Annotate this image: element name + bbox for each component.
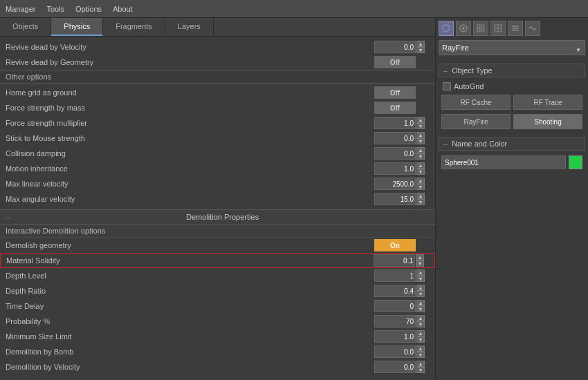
collision-damping-input[interactable] [374,147,416,160]
spinner-up[interactable]: ▲ [416,41,425,47]
home-grid-toggle[interactable]: Off [374,86,416,99]
autogrid-checkbox[interactable] [443,82,451,91]
row-collision-damping: Collision damping ▲ ▼ [0,146,435,161]
spinner-up[interactable]: ▲ [416,345,425,352]
menu-manager[interactable]: Manager [6,5,35,13]
demolition-velocity-input[interactable] [374,361,416,373]
stick-mouse-input[interactable] [374,132,416,144]
demolish-geometry-control: On [374,239,430,251]
spinner-down[interactable]: ▼ [416,184,425,190]
spinner-up[interactable]: ▲ [416,300,425,306]
shooting-button[interactable]: Shooting [513,114,582,129]
rf-trace-button[interactable]: RF Trace [513,95,582,110]
spinner-up[interactable]: ▲ [416,361,425,367]
rayfire-dropdown[interactable]: RayFire [439,40,585,55]
menu-about[interactable]: About [113,5,133,13]
force-mass-toggle[interactable]: Off [374,102,416,114]
force-mult-spinner[interactable]: ▲ ▼ [416,117,425,129]
tab-objects[interactable]: Objects [0,18,51,36]
tab-fragments[interactable]: Fragments [103,18,165,36]
demolition-bomb-input[interactable] [374,345,416,358]
object-type-section: – Object Type [439,64,585,77]
revive-velocity-spinner[interactable]: ▲ ▼ [416,41,425,53]
row-force-mult: Force strength multiplier ▲ ▼ [0,115,435,131]
min-size-control: ▲ ▼ [374,330,430,343]
demolition-velocity-spinner[interactable]: ▲ ▼ [416,361,425,373]
depth-ratio-input[interactable] [374,285,416,297]
demolition-bomb-spinner[interactable]: ▲ ▼ [416,345,425,358]
autogrid-label: AutoGrid [454,82,484,91]
spinner-up[interactable]: ▲ [416,162,425,169]
stick-mouse-spinner[interactable]: ▲ ▼ [416,132,425,144]
max-linear-input[interactable] [374,178,416,190]
icon-btn-2[interactable] [456,21,471,36]
demolish-geometry-toggle[interactable]: On [374,239,416,251]
time-delay-label: Time Delay [6,302,374,310]
force-mult-input[interactable] [374,117,416,129]
color-swatch[interactable] [569,155,582,169]
depth-level-input[interactable] [374,269,416,282]
min-size-label: Minimum Size Limit [6,332,374,341]
home-grid-label: Home grid as ground [6,88,374,97]
spinner-down[interactable]: ▼ [416,138,425,144]
tab-bar: Objects Physics Fragments Layers [0,18,435,37]
spinner-down[interactable]: ▼ [416,199,425,205]
probability-spinner[interactable]: ▲ ▼ [416,315,425,327]
rayfire-button[interactable]: RayFire [441,114,511,129]
spinner-up[interactable]: ▲ [416,330,425,336]
spinner-down[interactable]: ▼ [416,352,425,358]
collision-damping-spinner[interactable]: ▲ ▼ [416,147,425,160]
spinner-up[interactable]: ▲ [416,193,425,199]
max-angular-spinner[interactable]: ▲ ▼ [416,193,425,205]
depth-level-spinner[interactable]: ▲ ▼ [416,269,425,282]
spinner-down[interactable]: ▼ [416,336,425,343]
material-solidity-spinner[interactable]: ▲ ▼ [416,254,424,267]
icon-btn-3[interactable] [473,21,488,36]
menu-tools[interactable]: Tools [46,5,64,13]
spinner-down[interactable]: ▼ [416,260,424,267]
object-type-title: Object Type [452,66,493,75]
spinner-down[interactable]: ▼ [416,123,425,129]
max-angular-input[interactable] [374,193,416,205]
spinner-up[interactable]: ▲ [416,285,425,291]
spinner-up[interactable]: ▲ [416,178,425,184]
spinner-up[interactable]: ▲ [416,132,425,138]
probability-input[interactable] [374,315,416,327]
spinner-down[interactable]: ▼ [416,306,425,312]
material-solidity-input[interactable] [374,254,415,267]
spinner-up[interactable]: ▲ [416,254,424,260]
spinner-up[interactable]: ▲ [416,269,425,276]
spinner-up[interactable]: ▲ [416,117,425,123]
spinner-down[interactable]: ▼ [416,276,425,282]
icon-btn-6[interactable] [525,21,540,36]
motion-inheritance-input[interactable] [374,162,416,175]
revive-velocity-label: Revive dead by Velocity [6,43,374,51]
tab-layers[interactable]: Layers [165,18,214,36]
spinner-down[interactable]: ▼ [416,291,425,297]
spinner-down[interactable]: ▼ [416,47,425,53]
row-revive-velocity: Revive dead by Velocity ▲ ▼ [0,39,435,55]
rf-cache-button[interactable]: RF Cache [441,95,511,110]
revive-geometry-toggle[interactable]: Off [374,56,416,68]
object-name-input[interactable] [441,155,566,169]
time-delay-input[interactable] [374,300,416,312]
depth-ratio-spinner[interactable]: ▲ ▼ [416,285,425,297]
icon-btn-1[interactable] [439,21,454,36]
spinner-down[interactable]: ▼ [416,153,425,160]
min-size-spinner[interactable]: ▲ ▼ [416,330,425,343]
tab-physics[interactable]: Physics [51,18,103,36]
time-delay-spinner[interactable]: ▲ ▼ [416,300,425,312]
menu-options[interactable]: Options [75,5,102,13]
min-size-input[interactable] [374,330,416,343]
icon-btn-5[interactable] [508,21,523,36]
spinner-down[interactable]: ▼ [416,169,425,175]
spinner-up[interactable]: ▲ [416,315,425,321]
icon-btn-4[interactable] [490,21,506,36]
motion-inheritance-spinner[interactable]: ▲ ▼ [416,162,425,175]
spinner-up[interactable]: ▲ [416,147,425,153]
revive-velocity-input[interactable] [374,41,416,53]
spinner-down[interactable]: ▼ [416,321,425,327]
motion-inheritance-label: Motion inheritance [6,164,374,173]
max-linear-spinner[interactable]: ▲ ▼ [416,178,425,190]
spinner-down[interactable]: ▼ [416,367,425,373]
